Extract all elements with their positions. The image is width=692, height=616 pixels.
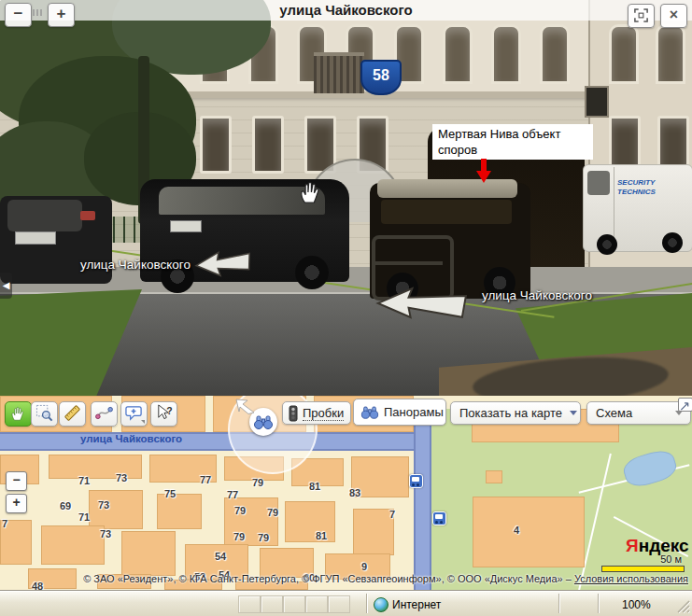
cursor-question-icon: ?	[155, 404, 173, 422]
map-scale-label: 50 м	[654, 553, 682, 565]
pane-divider	[598, 594, 599, 613]
copyright-text: © ЗАО «Резидент», © КГА Санкт-Петербурга…	[83, 573, 574, 584]
wheel	[662, 232, 683, 253]
pano-zoom-in-button[interactable]: +	[48, 3, 75, 27]
house-number: 83	[349, 487, 360, 498]
map-copyright: © ЗАО «Резидент», © КГА Санкт-Петербурга…	[0, 573, 688, 584]
status-pane	[238, 595, 261, 613]
facade-window	[200, 116, 232, 174]
house-number: 71	[78, 475, 90, 486]
pano-nav-back-arrow[interactable]: ◀	[0, 273, 12, 299]
panoramas-button-label: Панорамы	[384, 405, 444, 419]
map-zoom-in-button[interactable]: +	[6, 494, 27, 513]
street-label-right: улица Чайковского	[482, 288, 592, 302]
scheme-dropdown[interactable]: Схема	[586, 401, 691, 425]
inspector-tool-button[interactable]: ?	[150, 401, 177, 427]
status-pane	[305, 595, 328, 613]
street-nav-arrow-left[interactable]	[193, 245, 254, 282]
park-pond	[621, 447, 680, 490]
map-street-label: улица Чайковского	[80, 433, 182, 444]
panorama-view[interactable]: SECURITY TECHNICS 58 улица Чайковского у…	[0, 0, 692, 396]
map-street-vertical	[414, 413, 431, 590]
facade-window	[540, 24, 570, 84]
car-taillight	[80, 211, 95, 220]
zoom-select-tool-button[interactable]	[31, 401, 58, 427]
security-zone-label[interactable]: Интернет	[392, 598, 441, 611]
tool-dropdown-corner	[141, 420, 145, 424]
browser-window: { "panorama": { "title": "улица Чайковск…	[0, 0, 692, 616]
show-on-map-dropdown[interactable]: Показать на карте	[450, 401, 581, 425]
wheel	[295, 256, 329, 289]
scheme-label: Схема	[596, 406, 632, 420]
facade-window	[252, 116, 284, 174]
house-number: 73	[98, 499, 109, 511]
house-number: 79	[267, 507, 278, 518]
house-number: 81	[309, 481, 320, 492]
wheel	[597, 234, 617, 255]
map-building	[285, 501, 335, 542]
bus-stop-icon	[432, 511, 446, 525]
resize-grip[interactable]	[675, 598, 690, 613]
license-plate	[15, 231, 56, 245]
pano-zoom-out-button[interactable]: −	[5, 3, 32, 27]
binoculars-icon	[360, 405, 379, 419]
browser-zoom-level[interactable]: 100%	[622, 598, 651, 611]
house-number: 81	[316, 530, 327, 541]
terms-of-use-link[interactable]: Условия использования	[574, 573, 688, 584]
map-building	[353, 509, 394, 555]
niva-roof	[377, 179, 517, 198]
fullscreen-icon	[633, 7, 649, 23]
ruler-tool-button[interactable]	[59, 401, 86, 427]
pane-divider	[366, 594, 367, 613]
house-number-plate: 58	[360, 60, 402, 95]
house-number: 9	[361, 561, 367, 572]
add-comment-tool-button[interactable]	[120, 401, 148, 427]
house-number: 79	[233, 531, 245, 542]
van-door-seam	[614, 167, 614, 242]
map-view[interactable]: улица Чайковского − +	[0, 396, 692, 590]
house-number: 69	[60, 500, 71, 511]
chevron-down-icon	[570, 411, 577, 415]
map-expand-button[interactable]	[678, 398, 692, 412]
house-number: 79	[258, 532, 269, 543]
ruler-icon	[64, 404, 81, 422]
traffic-button-label: Пробки	[303, 406, 344, 421]
wall-sign	[585, 86, 609, 118]
map-zoom-out-button[interactable]: −	[6, 471, 27, 491]
route-icon	[95, 404, 113, 422]
fullscreen-button[interactable]	[628, 4, 655, 28]
niva-windows	[381, 200, 512, 224]
house-number: 7	[389, 509, 395, 520]
facade-window	[491, 24, 521, 84]
status-pane	[283, 595, 305, 613]
facade-window	[656, 24, 685, 84]
binoculars-icon	[253, 414, 274, 429]
house-number: 79	[234, 505, 246, 516]
facade-window	[609, 24, 639, 84]
traffic-light-icon	[289, 405, 298, 422]
view-direction-arrow	[233, 397, 258, 415]
house-number: 4	[514, 525, 519, 536]
pan-tool-button[interactable]	[5, 401, 32, 427]
close-panorama-button[interactable]: ×	[660, 4, 687, 28]
panoramas-button[interactable]: Панорамы	[353, 399, 446, 426]
bus-stop-icon	[409, 474, 423, 488]
svg-text:?: ?	[166, 406, 172, 416]
hand-cursor-icon	[297, 179, 323, 205]
zoom-slider-icon	[33, 9, 44, 16]
route-tool-button[interactable]	[91, 401, 118, 427]
house-number: 77	[227, 489, 238, 500]
traffic-button[interactable]: Пробки	[282, 401, 351, 425]
balcony	[314, 52, 364, 93]
map-scale-bar	[601, 566, 685, 572]
map-building	[41, 525, 105, 565]
license-plate	[170, 220, 202, 232]
house-number: 73	[100, 528, 111, 539]
house-number: 77	[200, 474, 211, 485]
map-building	[49, 455, 142, 479]
street-nav-arrow-right[interactable]	[374, 280, 470, 328]
map-building	[473, 497, 585, 567]
show-on-map-label: Показать на карте	[459, 406, 562, 420]
map-building	[224, 497, 278, 546]
annotation-arrow	[475, 159, 492, 183]
